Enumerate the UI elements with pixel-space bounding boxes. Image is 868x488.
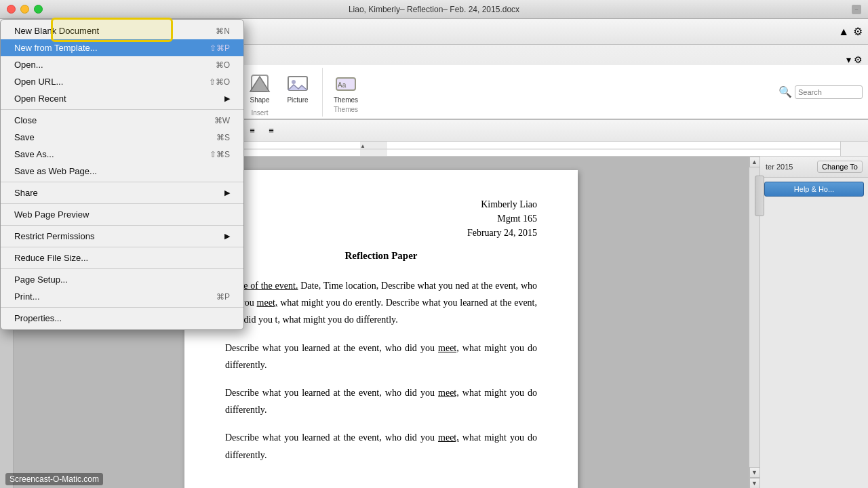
menu-print[interactable]: Print... ⌘P	[1, 288, 243, 305]
separator-4	[1, 225, 243, 226]
separator-6	[1, 268, 243, 269]
separator-3	[1, 203, 243, 204]
separator-5	[1, 247, 243, 247]
menu-save-as-shortcut: ⇧⌘S	[210, 150, 230, 159]
menu-open-url-shortcut: ⇧⌘O	[209, 77, 230, 87]
menu-new-template-shortcut: ⇧⌘P	[210, 43, 230, 53]
separator-2	[1, 182, 243, 182]
menu-properties[interactable]: Properties...	[1, 310, 243, 327]
share-arrow: ▶	[224, 188, 230, 197]
menu-open[interactable]: Open... ⌘O	[1, 56, 243, 73]
menu-save-web[interactable]: Save as Web Page...	[1, 163, 243, 180]
menu-save-web-label: Save as Web Page...	[14, 166, 230, 176]
menu-save-shortcut: ⌘S	[216, 133, 230, 142]
menu-reduce[interactable]: Reduce File Size...	[1, 249, 243, 266]
menu-open-recent-label: Open Recent	[14, 94, 224, 104]
restrict-arrow: ▶	[224, 232, 230, 241]
menu-open-recent[interactable]: Open Recent ▶	[1, 90, 243, 107]
menu-new-blank-label: New Blank Document	[14, 26, 216, 36]
menu-restrict[interactable]: Restrict Permissions ▶	[1, 228, 243, 245]
menu-web-preview[interactable]: Web Page Preview	[1, 206, 243, 223]
menu-new-blank-shortcut: ⌘N	[216, 26, 230, 36]
separator-1	[1, 109, 243, 110]
watermark: Screencast-O-Matic.com	[5, 473, 103, 485]
menu-close[interactable]: Close ⌘W	[1, 112, 243, 129]
menu-share-label: Share	[14, 188, 224, 198]
menu-new-template[interactable]: New from Template... ⇧⌘P	[1, 39, 243, 56]
menu-save-label: Save	[14, 132, 216, 142]
menu-open-shortcut: ⌘O	[216, 60, 230, 70]
menu-print-shortcut: ⌘P	[216, 292, 230, 302]
menu-share[interactable]: Share ▶	[1, 184, 243, 201]
menu-reduce-label: Reduce File Size...	[14, 253, 230, 263]
menu-new-template-label: New from Template...	[14, 43, 210, 53]
menu-print-label: Print...	[14, 291, 216, 302]
menu-restrict-label: Restrict Permissions	[14, 231, 224, 241]
menu-open-label: Open...	[14, 60, 216, 70]
menu-save[interactable]: Save ⌘S	[1, 129, 243, 146]
menu-page-setup[interactable]: Page Setup...	[1, 271, 243, 288]
open-recent-arrow: ▶	[224, 94, 230, 103]
menu-web-preview-label: Web Page Preview	[14, 209, 230, 220]
menu-save-as-label: Save As...	[14, 149, 210, 159]
menu-save-as[interactable]: Save As... ⇧⌘S	[1, 146, 243, 163]
menu-close-shortcut: ⌘W	[214, 116, 230, 125]
menu-page-setup-label: Page Setup...	[14, 274, 230, 285]
menu-open-url-label: Open URL...	[14, 77, 209, 87]
menu-open-url[interactable]: Open URL... ⇧⌘O	[1, 73, 243, 90]
file-dropdown-menu: New Blank Document ⌘N New from Template.…	[0, 19, 244, 330]
menu-overlay: New Blank Document ⌘N New from Template.…	[0, 0, 868, 488]
menu-properties-label: Properties...	[14, 313, 230, 323]
menu-new-blank[interactable]: New Blank Document ⌘N	[1, 22, 243, 39]
separator-7	[1, 307, 243, 308]
menu-close-label: Close	[14, 115, 214, 125]
